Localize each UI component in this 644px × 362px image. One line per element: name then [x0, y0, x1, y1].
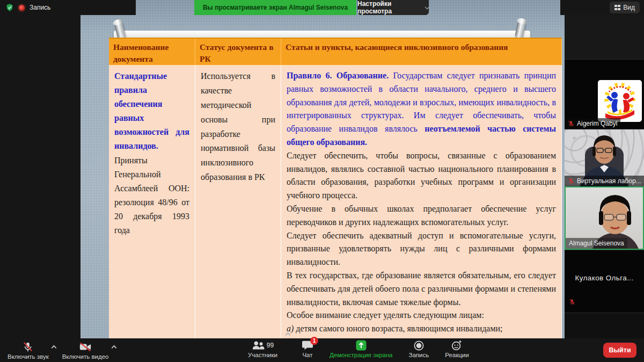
participant-tile-partial[interactable]	[565, 313, 644, 338]
record-circle-icon	[413, 340, 425, 351]
chat-badge: 1	[310, 337, 318, 345]
share-screen-icon	[355, 339, 367, 351]
chat-button[interactable]: 1 Чат	[296, 338, 319, 359]
recording-indicator-label: Запись	[30, 4, 50, 11]
record-dot-icon	[19, 5, 25, 11]
paragraph: Обучение в обычных школах предполагает о…	[287, 202, 556, 229]
cell-document-name: Стандартные правила обеспечения равных в…	[109, 66, 195, 338]
participant-name: Кулаков Ольга...	[565, 274, 644, 282]
viewing-screen-banner: Вы просматриваете экран Almagul Seisenov…	[194, 0, 356, 15]
chat-label: Чат	[302, 352, 312, 358]
participant-tile[interactable]: Кулаков Ольга...	[565, 250, 644, 313]
mic-muted-icon	[569, 299, 575, 305]
participant-name: Виртуальная лабор...	[577, 177, 641, 185]
reactions-button[interactable]: Реакции	[440, 338, 474, 359]
unmute-label: Включить звук	[8, 353, 49, 360]
view-label: Вид	[623, 4, 635, 11]
start-video-button[interactable]: Включить видео	[57, 340, 114, 361]
table-header-document-name: Наименование документа	[109, 39, 195, 66]
record-label: Запись	[408, 352, 429, 358]
start-video-label: Включить видео	[62, 353, 109, 360]
list-item: а) детям самого юного возраста, являющим…	[287, 322, 556, 336]
view-button[interactable]: Вид	[610, 2, 640, 13]
reactions-label: Реакции	[445, 352, 469, 358]
view-settings-button[interactable]: Настройки просмотра	[357, 0, 429, 15]
view-settings-label: Настройки просмотра	[357, 0, 422, 15]
participant-tile[interactable]: Виртуальная лабор...	[565, 129, 644, 186]
participants-count: 99	[267, 342, 274, 349]
participant-name-strip: Виртуальная лабор...	[565, 176, 644, 186]
record-button[interactable]: Запись	[403, 338, 434, 359]
document-adoption-info: Приняты Генеральной Ассамблеей ООН: резо…	[114, 154, 189, 237]
participant-tile[interactable]: Aigerim Qabyl	[565, 59, 644, 129]
meeting-toolbar: Включить звук Включить видео	[0, 338, 644, 362]
participant-tile-active-speaker[interactable]: Almagul Seisenova	[565, 186, 644, 250]
table-header-articles: Статьи и пункты, касающиеся инклюзивного…	[281, 39, 562, 66]
documents-table: Наименование документа Статус документа …	[109, 38, 562, 338]
shield-check-icon[interactable]	[5, 3, 14, 12]
share-screen-button[interactable]: Демонстрация экрана	[324, 338, 398, 359]
mic-muted-icon	[568, 178, 574, 184]
top-right-bar: Вид	[560, 0, 644, 15]
table-header-status: Статус документа в РК	[195, 39, 281, 66]
shared-screen-slide: Наименование документа Статус документа …	[80, 0, 565, 338]
unmute-button[interactable]: Включить звук	[2, 340, 54, 361]
grid-view-icon	[614, 5, 621, 10]
mic-muted-icon	[22, 341, 34, 353]
cell-articles: Правило 6. Образование. Государствам сле…	[281, 66, 562, 338]
top-left-bar: Запись	[0, 0, 136, 15]
participant-logo-avatar	[598, 80, 642, 122]
share-screen-label: Демонстрация экрана	[330, 352, 393, 358]
leave-meeting-button[interactable]: Выйти	[603, 343, 636, 358]
reactions-smiley-icon	[451, 339, 463, 351]
paragraph: Следует обеспечить адекватный доступ и в…	[287, 229, 556, 269]
left-empty-panel	[0, 15, 80, 338]
rule-6-paragraph: Правило 6. Образование. Государствам сле…	[287, 69, 556, 149]
participant-name: Almagul Seisenova	[569, 240, 624, 247]
document-title: Стандартные правила обеспечения равных в…	[114, 69, 189, 153]
participants-sidebar: Aigerim Qabyl В	[565, 15, 644, 338]
paragraph: Особое внимание следует уделять следующи…	[287, 309, 556, 322]
paragraph: Следует обеспечить, чтобы вопросы, связа…	[287, 149, 556, 202]
camera-muted-icon	[79, 341, 92, 353]
participants-button[interactable]: 99 Участники	[243, 338, 283, 359]
status-text: Используется в качестве методической осн…	[201, 71, 275, 182]
cell-document-status: Используется в качестве методической осн…	[195, 66, 281, 338]
participant-name: Aigerim Qabyl	[577, 120, 617, 127]
participants-icon	[252, 340, 265, 351]
participant-name-strip: Aigerim Qabyl	[565, 118, 620, 129]
mic-muted-icon	[568, 120, 574, 127]
participants-label: Участники	[248, 352, 277, 358]
paragraph: В тех государствах, где образование явля…	[287, 269, 556, 309]
participant-name-strip: Almagul Seisenova	[566, 238, 627, 249]
